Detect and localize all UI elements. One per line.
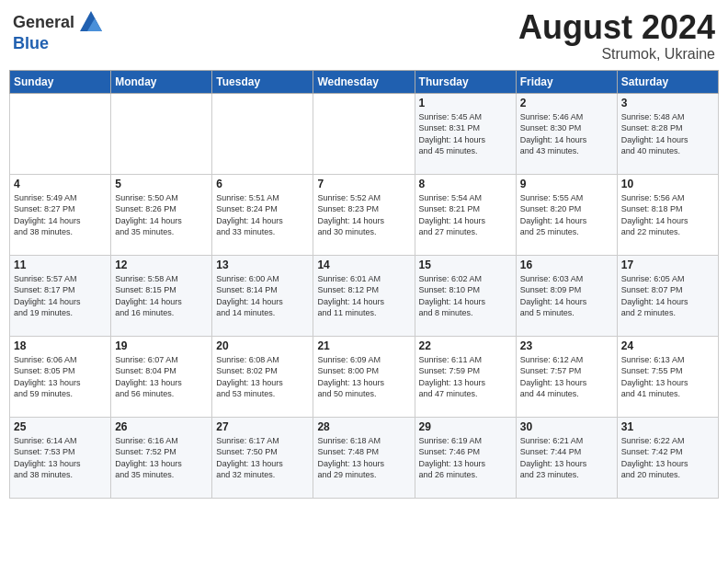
day-detail: Sunrise: 6:02 AM Sunset: 8:10 PM Dayligh…	[419, 273, 512, 319]
day-detail: Sunrise: 6:18 AM Sunset: 7:48 PM Dayligh…	[317, 435, 410, 481]
day-detail: Sunrise: 5:51 AM Sunset: 8:24 PM Dayligh…	[216, 192, 309, 238]
day-detail: Sunrise: 6:08 AM Sunset: 8:02 PM Dayligh…	[216, 354, 309, 400]
day-number: 28	[317, 420, 410, 433]
day-number: 31	[621, 420, 714, 433]
title-block: August 2024 Strumok, Ukraine	[518, 9, 715, 63]
week-row-5: 25Sunrise: 6:14 AM Sunset: 7:53 PM Dayli…	[10, 417, 719, 498]
day-detail: Sunrise: 5:56 AM Sunset: 8:18 PM Dayligh…	[621, 192, 714, 238]
cell-w5-d3: 27Sunrise: 6:17 AM Sunset: 7:50 PM Dayli…	[212, 417, 313, 498]
day-detail: Sunrise: 6:14 AM Sunset: 7:53 PM Dayligh…	[14, 435, 107, 481]
day-detail: Sunrise: 5:52 AM Sunset: 8:23 PM Dayligh…	[317, 192, 410, 238]
day-number: 26	[115, 420, 208, 433]
day-number: 3	[621, 97, 714, 109]
day-detail: Sunrise: 6:21 AM Sunset: 7:44 PM Dayligh…	[520, 435, 613, 481]
month-year-title: August 2024	[518, 9, 715, 46]
day-number: 2	[520, 97, 613, 109]
day-detail: Sunrise: 5:54 AM Sunset: 8:21 PM Dayligh…	[419, 192, 512, 238]
day-detail: Sunrise: 6:03 AM Sunset: 8:09 PM Dayligh…	[520, 273, 613, 319]
day-detail: Sunrise: 6:05 AM Sunset: 8:07 PM Dayligh…	[621, 273, 714, 319]
cell-w2-d5: 8Sunrise: 5:54 AM Sunset: 8:21 PM Daylig…	[415, 174, 516, 255]
day-number: 10	[621, 178, 714, 190]
day-number: 24	[621, 339, 714, 352]
cell-w2-d4: 7Sunrise: 5:52 AM Sunset: 8:23 PM Daylig…	[313, 174, 415, 255]
day-number: 11	[14, 259, 107, 271]
day-number: 21	[317, 339, 410, 352]
day-number: 23	[520, 339, 613, 352]
day-detail: Sunrise: 6:00 AM Sunset: 8:14 PM Dayligh…	[216, 273, 309, 319]
day-detail: Sunrise: 5:55 AM Sunset: 8:20 PM Dayligh…	[520, 192, 613, 238]
cell-w1-d7: 3Sunrise: 5:48 AM Sunset: 8:28 PM Daylig…	[617, 93, 718, 174]
page-header: General Blue August 2024 Strumok, Ukrain…	[9, 9, 719, 63]
col-monday: Monday	[111, 70, 212, 93]
day-detail: Sunrise: 5:46 AM Sunset: 8:30 PM Dayligh…	[520, 111, 613, 157]
logo: General Blue	[13, 9, 104, 52]
day-detail: Sunrise: 5:48 AM Sunset: 8:28 PM Dayligh…	[621, 111, 714, 157]
day-number: 9	[520, 178, 613, 190]
cell-w2-d1: 4Sunrise: 5:49 AM Sunset: 8:27 PM Daylig…	[10, 174, 111, 255]
cell-w2-d7: 10Sunrise: 5:56 AM Sunset: 8:18 PM Dayli…	[617, 174, 718, 255]
day-number: 13	[216, 259, 309, 271]
day-number: 18	[14, 339, 107, 352]
day-number: 6	[216, 178, 309, 190]
logo-blue: Blue	[13, 34, 49, 52]
cell-w4-d4: 21Sunrise: 6:09 AM Sunset: 8:00 PM Dayli…	[313, 336, 415, 417]
week-row-4: 18Sunrise: 6:06 AM Sunset: 8:05 PM Dayli…	[10, 336, 719, 417]
day-detail: Sunrise: 6:07 AM Sunset: 8:04 PM Dayligh…	[115, 354, 208, 400]
calendar-table: Sunday Monday Tuesday Wednesday Thursday…	[9, 70, 719, 499]
day-number: 1	[419, 97, 512, 109]
day-number: 20	[216, 339, 309, 352]
col-tuesday: Tuesday	[212, 70, 313, 93]
day-number: 8	[419, 178, 512, 190]
logo-general: General	[13, 14, 74, 30]
day-number: 15	[419, 259, 512, 271]
day-detail: Sunrise: 5:49 AM Sunset: 8:27 PM Dayligh…	[14, 192, 107, 238]
day-detail: Sunrise: 6:06 AM Sunset: 8:05 PM Dayligh…	[14, 354, 107, 400]
day-number: 7	[317, 178, 410, 190]
cell-w3-d3: 13Sunrise: 6:00 AM Sunset: 8:14 PM Dayli…	[212, 255, 313, 336]
cell-w1-d5: 1Sunrise: 5:45 AM Sunset: 8:31 PM Daylig…	[415, 93, 516, 174]
cell-w4-d5: 22Sunrise: 6:11 AM Sunset: 7:59 PM Dayli…	[415, 336, 516, 417]
day-number: 4	[14, 178, 107, 190]
cell-w3-d5: 15Sunrise: 6:02 AM Sunset: 8:10 PM Dayli…	[415, 255, 516, 336]
cell-w1-d1	[10, 93, 111, 174]
day-detail: Sunrise: 5:50 AM Sunset: 8:26 PM Dayligh…	[115, 192, 208, 238]
cell-w5-d4: 28Sunrise: 6:18 AM Sunset: 7:48 PM Dayli…	[313, 417, 415, 498]
cell-w1-d6: 2Sunrise: 5:46 AM Sunset: 8:30 PM Daylig…	[516, 93, 617, 174]
day-detail: Sunrise: 5:58 AM Sunset: 8:15 PM Dayligh…	[115, 273, 208, 319]
col-thursday: Thursday	[415, 70, 516, 93]
cell-w2-d6: 9Sunrise: 5:55 AM Sunset: 8:20 PM Daylig…	[516, 174, 617, 255]
cell-w2-d2: 5Sunrise: 5:50 AM Sunset: 8:26 PM Daylig…	[111, 174, 212, 255]
day-number: 25	[14, 420, 107, 433]
day-number: 16	[520, 259, 613, 271]
day-detail: Sunrise: 6:22 AM Sunset: 7:42 PM Dayligh…	[621, 435, 714, 481]
cell-w3-d2: 12Sunrise: 5:58 AM Sunset: 8:15 PM Dayli…	[111, 255, 212, 336]
cell-w5-d6: 30Sunrise: 6:21 AM Sunset: 7:44 PM Dayli…	[516, 417, 617, 498]
cell-w5-d7: 31Sunrise: 6:22 AM Sunset: 7:42 PM Dayli…	[617, 417, 718, 498]
day-detail: Sunrise: 6:16 AM Sunset: 7:52 PM Dayligh…	[115, 435, 208, 481]
col-wednesday: Wednesday	[313, 70, 415, 93]
day-number: 22	[419, 339, 512, 352]
cell-w4-d2: 19Sunrise: 6:07 AM Sunset: 8:04 PM Dayli…	[111, 336, 212, 417]
day-number: 27	[216, 420, 309, 433]
day-number: 12	[115, 259, 208, 271]
cell-w1-d3	[212, 93, 313, 174]
cell-w4-d7: 24Sunrise: 6:13 AM Sunset: 7:55 PM Dayli…	[617, 336, 718, 417]
cell-w3-d7: 17Sunrise: 6:05 AM Sunset: 8:07 PM Dayli…	[617, 255, 718, 336]
day-detail: Sunrise: 5:45 AM Sunset: 8:31 PM Dayligh…	[419, 111, 512, 157]
week-row-2: 4Sunrise: 5:49 AM Sunset: 8:27 PM Daylig…	[10, 174, 719, 255]
day-detail: Sunrise: 6:12 AM Sunset: 7:57 PM Dayligh…	[520, 354, 613, 400]
day-detail: Sunrise: 6:19 AM Sunset: 7:46 PM Dayligh…	[419, 435, 512, 481]
day-number: 30	[520, 420, 613, 433]
logo-icon	[78, 9, 104, 35]
day-number: 14	[317, 259, 410, 271]
col-friday: Friday	[516, 70, 617, 93]
cell-w3-d6: 16Sunrise: 6:03 AM Sunset: 8:09 PM Dayli…	[516, 255, 617, 336]
location-subtitle: Strumok, Ukraine	[518, 46, 715, 63]
cell-w4-d1: 18Sunrise: 6:06 AM Sunset: 8:05 PM Dayli…	[10, 336, 111, 417]
header-row: Sunday Monday Tuesday Wednesday Thursday…	[10, 70, 719, 93]
day-detail: Sunrise: 6:09 AM Sunset: 8:00 PM Dayligh…	[317, 354, 410, 400]
cell-w2-d3: 6Sunrise: 5:51 AM Sunset: 8:24 PM Daylig…	[212, 174, 313, 255]
day-number: 17	[621, 259, 714, 271]
cell-w3-d4: 14Sunrise: 6:01 AM Sunset: 8:12 PM Dayli…	[313, 255, 415, 336]
cell-w5-d2: 26Sunrise: 6:16 AM Sunset: 7:52 PM Dayli…	[111, 417, 212, 498]
